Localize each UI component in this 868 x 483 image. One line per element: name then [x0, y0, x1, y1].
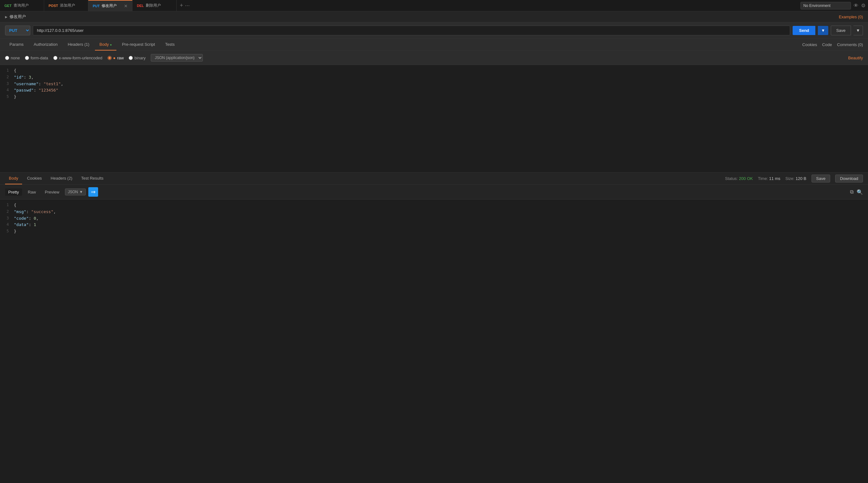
response-body: 1{2 "msg": "success",3 "code": 0,4 "data…	[0, 200, 868, 483]
line-content: "id": 3,	[14, 74, 34, 81]
response-tab-test-results[interactable]: Test Results	[77, 173, 107, 184]
time-value: 11 ms	[769, 176, 780, 181]
time-label: Time: 11 ms	[758, 176, 780, 181]
tab-label-post: 添加用户	[60, 3, 75, 8]
method-select[interactable]: PUT	[5, 26, 30, 35]
format-actions: ⧉ 🔍	[850, 189, 863, 195]
tab-label-get: 查询用户	[13, 3, 29, 8]
tab-label-del: 删除用户	[146, 3, 161, 8]
method-label-get: GET	[4, 4, 12, 7]
response-download-button[interactable]: Download	[835, 175, 863, 182]
save-dropdown-button[interactable]: ▼	[854, 26, 863, 35]
request-name-area: ▶ 修改用户	[5, 14, 26, 20]
line-content: "username": "test1",	[14, 81, 63, 87]
eye-icon[interactable]: 👁	[854, 3, 859, 8]
radio-urlencoded[interactable]: x-www-form-urlencoded	[53, 56, 102, 60]
line-number: 3	[2, 81, 14, 87]
line-content: }	[14, 94, 17, 101]
line-number: 3	[2, 215, 14, 222]
url-bar: PUT Send ▼ Save ▼	[0, 22, 868, 39]
add-tab-button[interactable]: +	[180, 2, 183, 9]
status-value: 200 OK	[739, 176, 753, 181]
code-line: 5}	[0, 228, 868, 235]
line-content: "data": 1	[14, 222, 36, 228]
tab-pre-request[interactable]: Pre-request Script	[118, 39, 160, 51]
method-label-put: PUT	[93, 4, 100, 8]
code-link[interactable]: Code	[822, 42, 832, 47]
line-number: 4	[2, 222, 14, 228]
json-format-select[interactable]: JSON (application/json)	[151, 54, 203, 62]
examples-link[interactable]: Examples (0)	[839, 15, 863, 19]
code-line: 2 "id": 3,	[0, 74, 868, 81]
comments-link[interactable]: Comments (0)	[837, 42, 863, 47]
code-line: 5}	[0, 94, 868, 101]
response-tab-cookies[interactable]: Cookies	[23, 173, 46, 184]
response-tab-body[interactable]: Body	[5, 173, 22, 184]
gear-icon[interactable]: ⚙	[861, 2, 866, 8]
code-line: 1{	[0, 202, 868, 209]
tab-post-add[interactable]: POST 添加用户	[44, 0, 88, 11]
radio-binary[interactable]: binary	[129, 56, 146, 60]
fmt-tab-raw[interactable]: Raw	[25, 189, 39, 196]
code-line: 4 "data": 1	[0, 222, 868, 228]
env-selector: No Environment 👁 ⚙	[801, 0, 868, 11]
line-content: "code": 0,	[14, 215, 38, 222]
cookies-link[interactable]: Cookies	[802, 42, 817, 47]
collapse-triangle[interactable]: ▶	[5, 15, 7, 19]
send-dropdown-button[interactable]: ▼	[818, 26, 828, 35]
wrap-button[interactable]: ⇒	[88, 187, 98, 197]
status-label: Status: 200 OK	[725, 176, 753, 181]
tab-params[interactable]: Params	[5, 39, 28, 51]
tab-del-delete[interactable]: DEL 删除用户	[132, 0, 177, 11]
line-content: {	[14, 202, 17, 209]
search-icon[interactable]: 🔍	[857, 189, 863, 195]
url-input[interactable]	[33, 26, 790, 35]
size-value: 120 B	[796, 176, 806, 181]
tab-put-edit[interactable]: PUT 修改用户 ✕	[88, 0, 132, 11]
code-line: 4 "passwd": "123456"	[0, 87, 868, 94]
line-number: 4	[2, 87, 14, 94]
line-content: }	[14, 228, 17, 235]
line-content: {	[14, 67, 17, 74]
environment-dropdown[interactable]: No Environment	[801, 2, 851, 9]
json-select-button[interactable]: JSON ▼	[65, 189, 86, 195]
response-tab-headers[interactable]: Headers (2)	[47, 173, 76, 184]
request-tab-actions: Cookies Code Comments (0)	[802, 42, 863, 47]
send-button[interactable]: Send	[793, 26, 815, 35]
line-content: "msg": "success",	[14, 209, 56, 215]
response-code-editor[interactable]: 1{2 "msg": "success",3 "code": 0,4 "data…	[0, 200, 868, 237]
more-tabs-button[interactable]: ···	[185, 2, 190, 9]
request-code-editor[interactable]: 1{2 "id": 3,3 "username": "test1",4 "pas…	[0, 65, 868, 172]
line-number: 1	[2, 202, 14, 209]
fmt-tab-preview[interactable]: Preview	[42, 189, 62, 196]
tab-actions: + ···	[177, 0, 193, 11]
beautify-button[interactable]: Beautify	[848, 56, 863, 60]
radio-form-data[interactable]: form-data	[25, 56, 48, 60]
tab-authorization[interactable]: Authorization	[29, 39, 62, 51]
code-line: 1{	[0, 67, 868, 74]
tab-bar: GET 查询用户 POST 添加用户 PUT 修改用户 ✕ DEL 删除用户 +…	[0, 0, 868, 11]
code-line: 3 "username": "test1",	[0, 81, 868, 87]
code-line: 3 "code": 0,	[0, 215, 868, 222]
line-number: 2	[2, 209, 14, 215]
radio-none[interactable]: none	[5, 56, 20, 60]
close-tab-button[interactable]: ✕	[124, 3, 128, 8]
line-content: "passwd": "123456"	[14, 87, 58, 94]
request-body-area: 1{2 "id": 3,3 "username": "test1",4 "pas…	[0, 65, 868, 172]
code-line: 2 "msg": "success",	[0, 209, 868, 215]
fmt-tab-pretty[interactable]: Pretty	[5, 189, 22, 196]
radio-raw[interactable]: ● raw	[107, 56, 124, 60]
tab-tests[interactable]: Tests	[160, 39, 179, 51]
copy-icon[interactable]: ⧉	[850, 189, 854, 195]
save-button[interactable]: Save	[831, 26, 851, 35]
tab-get-query[interactable]: GET 查询用户	[0, 0, 44, 11]
response-save-button[interactable]: Save	[811, 175, 831, 182]
tab-body[interactable]: Body ●	[95, 39, 116, 51]
response-section: Body Cookies Headers (2) Test Results St…	[0, 172, 868, 483]
tab-label-put: 修改用户	[101, 3, 117, 8]
tab-headers[interactable]: Headers (1)	[63, 39, 94, 51]
request-tabs: Params Authorization Headers (1) Body ● …	[0, 39, 868, 51]
line-number: 5	[2, 94, 14, 101]
request-name-label: 修改用户	[9, 14, 26, 20]
line-number: 2	[2, 74, 14, 81]
